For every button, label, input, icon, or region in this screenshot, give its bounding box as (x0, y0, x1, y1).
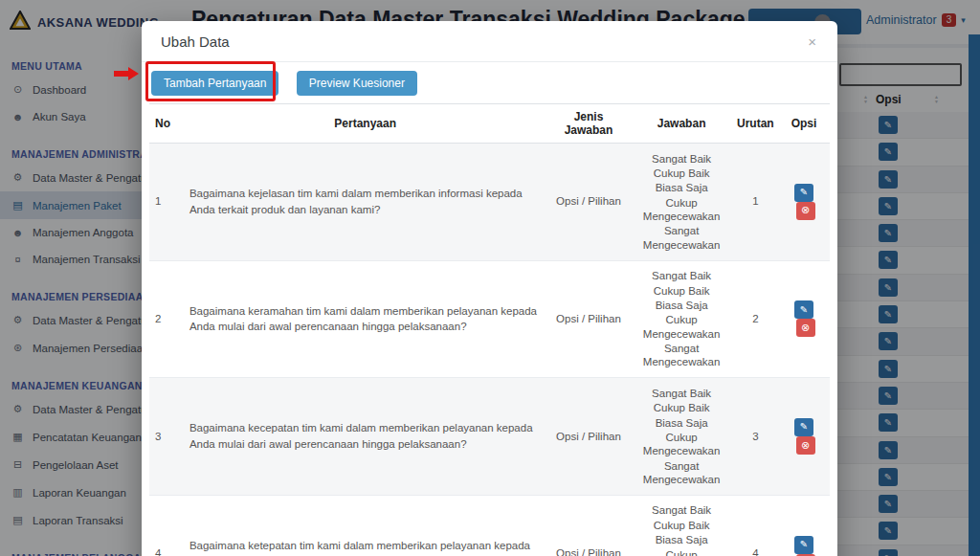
edit-question-button[interactable]: ✎ (794, 184, 813, 202)
modal-title: Ubah Data (161, 33, 230, 50)
question-text: Bagaimana ketepatan tim kami dalam membe… (184, 495, 546, 556)
answer-options: Sangat BaikCukup BaikBiasa SajaCukup Men… (631, 144, 733, 261)
preview-kuesioner-button[interactable]: Preview Kuesioner (297, 71, 417, 96)
question-no: 2 (149, 260, 184, 378)
question-actions: ✎⊗ (778, 144, 830, 261)
question-no: 1 (149, 144, 184, 261)
delete-question-button[interactable]: ⊗ (796, 202, 815, 220)
close-icon[interactable]: × (802, 33, 822, 51)
edit-question-button[interactable]: ✎ (794, 418, 813, 436)
question-actions: ✎⊗ (778, 378, 830, 496)
question-text: Bagaimana keramahan tim kami dalam membe… (184, 260, 546, 378)
header-jawaban: Jawaban (631, 104, 733, 144)
question-row: 3 Bagaimana kecepatan tim kami dalam mem… (149, 378, 830, 496)
question-order: 2 (733, 260, 778, 378)
question-actions: ✎⊗ (778, 495, 830, 556)
header-no: No (149, 104, 184, 144)
question-order: 4 (733, 495, 778, 556)
question-actions: ✎⊗ (778, 260, 830, 378)
questions-table: No Pertanyaan Jenis Jawaban Jawaban Urut… (149, 103, 830, 556)
question-text: Bagaimana kecepatan tim kami dalam membe… (184, 378, 546, 496)
answer-type: Opsi / Pilihan (546, 260, 630, 378)
question-row: 2 Bagaimana keramahan tim kami dalam mem… (149, 260, 830, 378)
answer-type: Opsi / Pilihan (546, 495, 630, 556)
edit-question-button[interactable]: ✎ (794, 536, 813, 554)
answer-options: Sangat BaikCukup BaikBiasa SajaCukup Men… (631, 260, 733, 378)
question-no: 3 (149, 378, 184, 496)
header-jenis-jawaban: Jenis Jawaban (546, 104, 630, 144)
question-row: 1 Bagaimana kejelasan tim kami dalam mem… (149, 144, 830, 261)
question-order: 1 (733, 144, 778, 261)
answer-type: Opsi / Pilihan (546, 144, 630, 261)
question-row: 4 Bagaimana ketepatan tim kami dalam mem… (149, 495, 830, 556)
questions-table-header-row: No Pertanyaan Jenis Jawaban Jawaban Urut… (149, 104, 830, 144)
screen: AKSANA WEDDING MENU UTAMA ⊙ Dashboard ☻ … (0, 0, 980, 556)
delete-question-button[interactable]: ⊗ (796, 436, 815, 455)
delete-question-button[interactable]: ⊗ (796, 319, 815, 337)
header-urutan: Urutan (733, 104, 778, 144)
question-text: Bagaimana kejelasan tim kami dalam membe… (184, 144, 546, 261)
modal-header: Ubah Data × (142, 21, 837, 62)
answer-type: Opsi / Pilihan (546, 378, 630, 496)
answer-options: Sangat BaikCukup BaikBiasa SajaCukup Men… (631, 495, 733, 556)
edit-question-button[interactable]: ✎ (794, 300, 813, 319)
question-order: 3 (733, 378, 778, 496)
tambah-pertanyaan-button[interactable]: Tambah Pertanyaan (151, 71, 278, 96)
ubah-data-modal: Ubah Data × Tambah Pertanyaan Preview Ku… (142, 21, 837, 556)
header-pertanyaan: Pertanyaan (184, 104, 546, 144)
modal-body: Tambah Pertanyaan Preview Kuesioner No P… (142, 62, 837, 556)
modal-toolbar: Tambah Pertanyaan Preview Kuesioner (149, 62, 830, 103)
question-no: 4 (149, 495, 184, 556)
answer-options: Sangat BaikCukup BaikBiasa SajaCukup Men… (631, 378, 733, 496)
header-opsi: Opsi (778, 104, 830, 144)
